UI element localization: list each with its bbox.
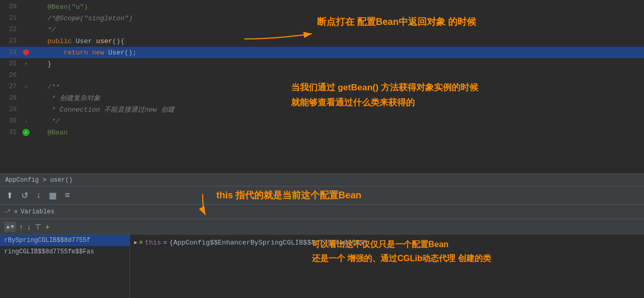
code-content-27: /**: [31, 83, 60, 91]
ide-window: 20 @Bean("u") 21 /*@Scope("singleton") 2…: [0, 0, 644, 298]
fold-icon-30: ▵: [24, 118, 28, 124]
code-content-20: @Bean("u"): [31, 3, 88, 11]
breakpoint-icon: [23, 49, 29, 56]
code-content-23: public User user(){: [31, 37, 124, 45]
this-annotation-text: this 指代的就是当前这个配置Bean: [216, 189, 361, 201]
code-line-30: 30 ▵ */: [0, 115, 644, 127]
code-line-29: 29 * Connection 不能直接通过new 创建: [0, 104, 644, 115]
breadcrumb-bar: AppConfig > user(): [0, 173, 644, 186]
watches-button[interactable]: ≡: [63, 189, 72, 201]
code-content-24: return new User();: [31, 49, 137, 57]
code-content-28: * 创建复杂对象: [31, 93, 100, 103]
bottom-annotation-line1: 可以看出这不仅仅只是一个配置Bean: [312, 237, 491, 251]
line-num-24: 24: [0, 49, 21, 56]
code-line-24: 24 return new User();: [0, 47, 644, 58]
code-line-20: 20 @Bean("u"): [0, 1, 644, 12]
line-num-27: 27: [0, 83, 21, 90]
gutter-27: ◇: [21, 84, 31, 90]
line-num-23: 23: [0, 37, 21, 45]
frame-selector[interactable]: ▲▼: [4, 222, 16, 232]
frames-button[interactable]: ▦: [47, 189, 59, 201]
code-content-29: * Connection 不能直接通过new 创建: [31, 105, 175, 114]
code-line-23: 23 public User user(){: [0, 35, 644, 47]
code-line-21: 21 /*@Scope("singleton"): [0, 12, 644, 24]
variables-tab-label[interactable]: Variables: [21, 208, 55, 215]
var-sidebar: rBySpringCGLIB$$8d7755f ringCGLIB$$8d775…: [0, 235, 130, 298]
line-num-22: 22: [0, 26, 21, 33]
arrow-to-this: [192, 192, 234, 218]
variables-header: →* ≡ Variables: [0, 205, 644, 219]
editor-area: 20 @Bean("u") 21 /*@Scope("singleton") 2…: [0, 0, 644, 173]
gutter-31: ✓: [21, 129, 31, 136]
code-line-22: 22 */: [0, 24, 644, 35]
line-num-20: 20: [0, 3, 21, 10]
step-into-button[interactable]: ↓: [34, 189, 43, 201]
step-back-button[interactable]: ↺: [19, 189, 30, 201]
variables-content: rBySpringCGLIB$$8d7755f ringCGLIB$$8d775…: [0, 235, 644, 298]
code-content-25: }: [31, 60, 51, 68]
variables-panel: →* ≡ Variables ▲▼ ↑ ↓ ⊤ +: [0, 205, 644, 298]
variables-tab-icon: ≡: [14, 209, 18, 215]
line-num-31: 31: [0, 129, 21, 136]
code-lines: 20 @Bean("u") 21 /*@Scope("singleton") 2…: [0, 0, 644, 138]
line-num-29: 29: [0, 106, 21, 113]
gutter-24: [21, 49, 31, 56]
breadcrumb-text: AppConfig > user(): [5, 177, 73, 184]
fold-icon: ▾: [24, 61, 28, 67]
fold-icon-27: ◇: [24, 84, 28, 90]
code-line-25: 25 ▾ }: [0, 58, 644, 70]
up-button[interactable]: ↑: [18, 222, 24, 232]
code-content-21: /*@Scope("singleton"): [31, 15, 133, 22]
line-num-21: 21: [0, 15, 21, 22]
add-watch-button[interactable]: +: [44, 222, 50, 232]
expand-triangle[interactable]: ▶: [134, 239, 137, 246]
step-over-button[interactable]: ⬆: [4, 189, 15, 201]
var-main: ▶ ≡ this = {AppConfig$$EnhancerBySpringC…: [130, 235, 644, 298]
debug-toolbar: ⬆ ↺ ↓ ▦ ≡ this 指代的就是当前这个配置Bean: [0, 186, 644, 205]
breakpoint-green-icon: ✓: [22, 129, 30, 136]
line-num-26: 26: [0, 72, 21, 79]
code-line-28: 28 * 创建复杂对象: [0, 92, 644, 104]
line-num-28: 28: [0, 94, 21, 102]
line-num-30: 30: [0, 117, 21, 125]
var-name-label: this: [145, 239, 161, 247]
line-num-25: 25: [0, 60, 21, 67]
var-equals: =: [163, 239, 167, 247]
gutter-25: ▾: [21, 61, 31, 67]
code-content-30: */: [31, 117, 60, 125]
var-type-icon: ≡: [139, 239, 143, 246]
arrow-pin: →*: [4, 209, 11, 215]
filter-button[interactable]: ⊤: [34, 222, 42, 232]
this-annotation-wrapper: this 指代的就是当前这个配置Bean: [216, 189, 361, 201]
code-content-22: */: [31, 26, 56, 34]
bottom-annotation: 可以看出这不仅仅只是一个配置Bean 还是一个 增强的、通过CGLib动态代理 …: [312, 237, 491, 265]
code-line-27: 27 ◇ /**: [0, 81, 644, 92]
var-sidebar-item-1[interactable]: rBySpringCGLIB$$8d7755f: [0, 235, 129, 246]
code-content-26: [31, 72, 35, 79]
code-content-31: @Bean: [31, 129, 68, 137]
code-line-31: 31 ✓ @Bean: [0, 127, 644, 138]
down-button[interactable]: ↓: [26, 222, 32, 232]
bottom-annotation-line2: 还是一个 增强的、通过CGLib动态代理 创建的类: [312, 251, 491, 265]
code-line-26: 26: [0, 70, 644, 81]
variables-toolbar: ▲▼ ↑ ↓ ⊤ +: [0, 219, 644, 235]
gutter-30: ▵: [21, 118, 31, 124]
var-sidebar-item-2[interactable]: ringCGLIB$$8d7755fe$$Fas: [0, 246, 129, 258]
